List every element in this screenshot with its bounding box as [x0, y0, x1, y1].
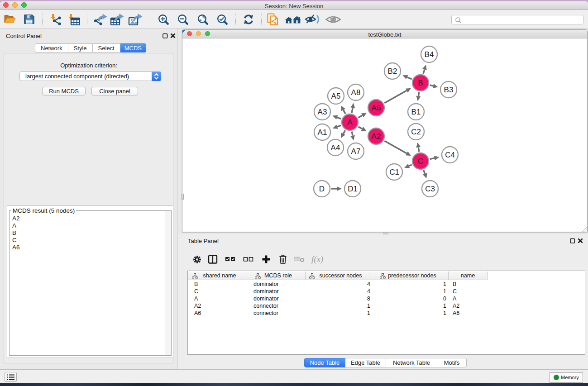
svg-text:B1: B1: [411, 108, 421, 116]
svg-text:A7: A7: [351, 147, 361, 156]
svg-text:D: D: [319, 185, 325, 193]
svg-text:A6: A6: [372, 104, 381, 112]
svg-text:A: A: [347, 118, 353, 127]
svg-text:C3: C3: [425, 185, 435, 193]
svg-text:B4: B4: [425, 50, 434, 59]
svg-text:A5: A5: [331, 92, 341, 100]
svg-text:C4: C4: [445, 151, 455, 159]
svg-text:A3: A3: [318, 108, 327, 116]
svg-text:A1: A1: [318, 128, 327, 137]
svg-text:A2: A2: [372, 132, 381, 141]
svg-text:B3: B3: [444, 86, 454, 94]
svg-text:C1: C1: [389, 168, 399, 176]
svg-text:A4: A4: [331, 143, 340, 152]
svg-text:C2: C2: [411, 128, 421, 136]
svg-text:B2: B2: [388, 67, 397, 76]
svg-text:D1: D1: [348, 185, 358, 193]
svg-text:A8: A8: [351, 88, 361, 97]
svg-text:B: B: [418, 79, 423, 87]
svg-text:C: C: [418, 157, 423, 166]
